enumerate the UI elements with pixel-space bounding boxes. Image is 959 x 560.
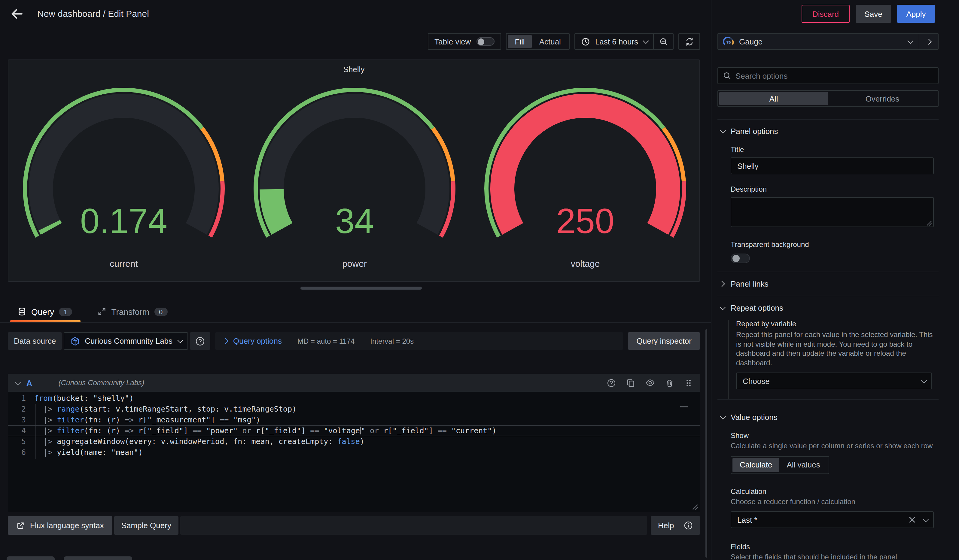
search-options-input[interactable] (736, 71, 933, 80)
info-circle-icon (684, 521, 693, 530)
repeat-variable-select[interactable]: Choose (736, 372, 932, 389)
time-range-label: Last 6 hours (595, 37, 638, 46)
calculate-button[interactable]: Calculate (733, 458, 779, 472)
table-view-toggle[interactable] (476, 37, 494, 46)
actual-button[interactable]: Actual (532, 35, 568, 48)
flux-code-editor[interactable]: 1from(bucket: "shelly")2 |> range(start:… (8, 392, 700, 512)
code-line-5[interactable]: 5 |> aggregateWindow(every: v.windowPeri… (8, 436, 700, 447)
query-footer: Flux language syntax Sample Query Help (8, 516, 700, 535)
tab-all[interactable]: All (719, 92, 828, 105)
chevron-down-icon (921, 377, 927, 383)
repeat-options-header[interactable]: Repeat options (717, 296, 938, 315)
editor-resize-handle[interactable] (692, 504, 698, 510)
refresh-button[interactable] (679, 33, 700, 50)
zoom-out-button[interactable] (654, 33, 673, 49)
duplicate-query-button[interactable] (626, 378, 635, 387)
fold-widget[interactable] (680, 406, 688, 407)
flux-syntax-button[interactable]: Flux language syntax (8, 516, 112, 535)
value-options-title: Value options (731, 413, 777, 422)
search-options-box[interactable] (717, 67, 938, 84)
gauge-viz-icon: 79 (723, 37, 734, 46)
datasource-label: Data source (8, 332, 62, 350)
datasource-name: Curious Community Labs (85, 336, 172, 345)
query-options-bar: Query options MD = auto = 1174 Interval … (215, 332, 623, 350)
tabs-divider (0, 322, 711, 323)
zoom-out-icon (659, 37, 668, 46)
transform-count-badge: 0 (154, 307, 167, 316)
transparent-bg-toggle[interactable] (731, 254, 750, 263)
datasource-row: Data source Curious Community Labs Query… (8, 332, 700, 350)
code-line-3[interactable]: 3 |> filter(fn: (r) => r["_measurement"]… (8, 415, 700, 425)
time-picker-group: Last 6 hours (575, 33, 674, 50)
add-query-button-cut[interactable] (6, 557, 55, 560)
clear-icon[interactable] (908, 516, 916, 523)
calculation-select[interactable]: Last * (731, 511, 934, 528)
code-line-4[interactable]: 4 |> filter(fn: (r) => r["_field"] == "p… (8, 425, 700, 436)
gauge-current: 0.174current (8, 78, 239, 274)
code-line-6[interactable]: 6 |> yield(name: "mean") (8, 447, 700, 458)
tab-query[interactable]: Query 1 (16, 299, 78, 322)
chevron-down-icon (923, 516, 929, 522)
help-button[interactable]: Help (651, 516, 700, 535)
query-options-toggle[interactable]: Query options (223, 336, 282, 345)
drag-handle[interactable] (684, 378, 693, 387)
panel-options-title: Panel options (731, 127, 778, 136)
query-inspector-button[interactable]: Query inspector (628, 332, 700, 350)
trash-icon (665, 378, 674, 387)
fill-button[interactable]: Fill (507, 35, 532, 48)
collapse-query-icon[interactable] (15, 379, 21, 385)
tab-overrides[interactable]: Overrides (828, 92, 937, 105)
flux-syntax-label: Flux language syntax (30, 521, 104, 530)
vertical-scrollbar[interactable] (706, 329, 707, 558)
external-link-icon (16, 521, 25, 530)
code-line-1[interactable]: 1from(bucket: "shelly") (8, 393, 700, 404)
panel-options-header[interactable]: Panel options (717, 119, 938, 138)
gauge-label: power (239, 258, 470, 269)
fill-actual-group: Fill Actual (506, 33, 570, 50)
max-datapoints-stat: MD = auto = 1174 (298, 337, 355, 345)
database-icon (18, 307, 26, 316)
panel-links-header[interactable]: Panel links (717, 272, 938, 296)
table-view-label: Table view (435, 37, 471, 46)
tab-query-label: Query (31, 307, 54, 317)
description-textarea[interactable] (731, 197, 934, 227)
delete-query-button[interactable] (665, 378, 674, 387)
chevron-right-icon (719, 281, 725, 287)
query-ref-id[interactable]: A (26, 378, 32, 387)
time-range-picker[interactable]: Last 6 hours (575, 33, 653, 49)
panel-toolbar: Table view Fill Actual Last 6 hours (8, 33, 700, 50)
repeat-description: Repeat this panel for each value in the … (736, 331, 938, 368)
chevron-down-icon (643, 38, 649, 44)
gauge-panel: Shelly 0.174current34power250voltage (8, 59, 700, 282)
disable-query-button[interactable] (645, 378, 655, 388)
search-icon (723, 72, 731, 80)
section-panel-links: Panel links (717, 272, 938, 296)
chevron-down-icon (177, 337, 183, 343)
code-line-2[interactable]: 2 |> range(start: v.timeRangeStart, stop… (8, 404, 700, 415)
query-help-button[interactable] (607, 378, 616, 387)
all-values-button[interactable]: All values (779, 458, 827, 472)
query-row-header[interactable]: A (Curious Community Labs) (8, 374, 700, 392)
back-arrow-icon[interactable] (10, 6, 24, 21)
gauge-voltage: 250voltage (470, 78, 700, 274)
datasource-help-button[interactable] (190, 332, 210, 350)
visualization-picker[interactable]: 79 Gauge (717, 33, 938, 50)
clock-icon (581, 37, 590, 46)
panel-title-input[interactable] (731, 158, 934, 174)
gauge-power: 34power (239, 78, 470, 274)
repeat-select-value: Choose (743, 376, 921, 385)
add-expression-button-cut[interactable] (64, 557, 132, 560)
datasource-select[interactable]: Curious Community Labs (64, 332, 188, 350)
value-options-header[interactable]: Value options (717, 399, 938, 424)
horizontal-scrollbar[interactable] (300, 286, 422, 290)
chevron-right-icon (926, 38, 932, 45)
copy-icon (626, 378, 635, 387)
help-label: Help (658, 521, 674, 530)
sample-query-button[interactable]: Sample Query (114, 516, 178, 535)
chevron-down-icon (907, 38, 913, 44)
tab-transform[interactable]: Transform 0 (96, 299, 174, 322)
table-view-group: Table view (428, 33, 501, 50)
svg-text:79: 79 (726, 40, 731, 45)
refresh-icon (685, 37, 694, 46)
collapse-options-button[interactable] (919, 33, 938, 49)
